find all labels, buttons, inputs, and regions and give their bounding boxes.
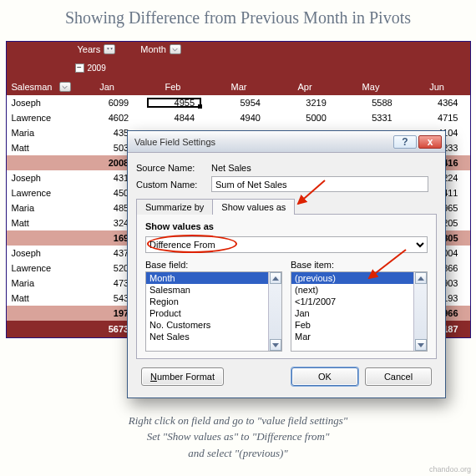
list-item[interactable]: <1/1/2007	[291, 296, 427, 307]
show-values-as-label: Show values as	[145, 221, 428, 231]
chevron-down-icon[interactable]	[59, 82, 71, 92]
list-item[interactable]: Salesman	[146, 284, 281, 296]
list-item[interactable]: Net Sales	[146, 331, 281, 342]
value-cell[interactable]: 4364	[404, 98, 470, 108]
salesman-cell: Lawrence	[7, 263, 75, 273]
list-item[interactable]: Jan	[291, 307, 427, 319]
value-cell[interactable]: 5331	[338, 113, 404, 123]
salesman-cell: Maria	[7, 128, 75, 138]
value-cell[interactable]: 3219	[272, 98, 338, 108]
page-title: Showing Difference from Previous Month i…	[0, 0, 476, 41]
value-cell[interactable]: 4844	[140, 113, 206, 123]
month-header: Feb	[140, 82, 206, 92]
source-name-label: Source Name:	[136, 163, 211, 173]
dialog-titlebar[interactable]: Value Field Settings ? x	[128, 131, 445, 153]
salesman-cell: Joseph	[7, 98, 75, 108]
salesman-cell: Lawrence	[7, 188, 75, 198]
salesman-cell: Maria	[7, 203, 75, 213]
value-cell[interactable]: 5954	[206, 98, 272, 108]
list-item[interactable]: Mar	[291, 331, 427, 342]
value-cell[interactable]: 6099	[74, 98, 140, 108]
scrollbar[interactable]	[268, 272, 281, 351]
number-format-button[interactable]: NNumber Formatumber Format	[141, 367, 224, 386]
caption-line: Right click on field and go to "value fi…	[0, 413, 476, 429]
base-item-label: Base item:	[291, 260, 428, 270]
tab-panel-show-values: Show values as Difference From Base fiel…	[136, 214, 437, 359]
month-header: Mar	[206, 82, 272, 92]
dialog-title: Value Field Settings	[134, 137, 392, 147]
caption: Right click on field and go to "value fi…	[0, 413, 476, 462]
field-month-label: Month	[140, 44, 166, 54]
base-field-label: Base field:	[145, 260, 282, 270]
tab-summarize-by[interactable]: Summarize by	[136, 199, 213, 215]
list-item[interactable]: Product	[146, 307, 281, 319]
column-header-row: Salesman JanFebMarAprMayJun	[7, 78, 470, 95]
close-button[interactable]: x	[418, 135, 442, 149]
selection-box	[147, 98, 201, 108]
scrollbar[interactable]	[413, 272, 427, 351]
list-item[interactable]: No. Customers	[146, 319, 281, 331]
chevron-down-icon[interactable]	[170, 44, 181, 54]
value-cell[interactable]: 4955	[140, 98, 206, 108]
scroll-up-icon[interactable]	[270, 272, 281, 284]
field-month[interactable]: Month	[140, 44, 181, 54]
custom-name-label: Custom Name:	[136, 180, 211, 190]
show-values-as-combo[interactable]: Difference From	[145, 236, 428, 253]
pivot-topbar: Years Month − 2009	[7, 42, 470, 78]
caption-line: and select "(previous)"	[0, 445, 476, 462]
value-cell[interactable]: 5588	[338, 98, 404, 108]
value-cell[interactable]: 4940	[206, 113, 272, 123]
base-field-list[interactable]: MonthSalesmanRegionProductNo. CustomersN…	[145, 271, 282, 352]
month-header: Jan	[74, 82, 140, 92]
table-row: Lawrence460248444940500053314715	[7, 110, 470, 125]
list-item[interactable]: Feb	[291, 319, 427, 331]
year-value: 2009	[88, 63, 106, 73]
list-item[interactable]: Region	[146, 296, 281, 307]
table-row: Joseph609949555954321955884364	[7, 95, 470, 110]
salesman-header[interactable]: Salesman	[7, 82, 74, 92]
value-cell[interactable]: 5000	[272, 113, 338, 123]
source-name-value: Net Sales	[211, 163, 251, 173]
base-item-list[interactable]: (previous)(next)<1/1/2007JanFebMar	[291, 271, 428, 352]
value-field-settings-dialog: Value Field Settings ? x Source Name: Ne…	[127, 130, 446, 398]
collapse-icon[interactable]: −	[75, 63, 84, 73]
caption-line: Set "Show values as" to "Difference from…	[0, 428, 476, 445]
salesman-header-label: Salesman	[12, 82, 53, 92]
scroll-up-icon[interactable]	[415, 272, 427, 284]
year-band: − 2009	[75, 60, 470, 75]
tab-strip: Summarize by Show values as	[136, 199, 437, 215]
scroll-down-icon[interactable]	[270, 339, 281, 351]
salesman-cell: Joseph	[7, 248, 75, 258]
salesman-cell: Maria	[7, 278, 75, 288]
list-item[interactable]: Month	[146, 272, 281, 284]
cancel-button[interactable]: Cancel	[365, 367, 432, 386]
value-cell[interactable]: 4715	[404, 113, 470, 123]
salesman-cell: Lawrence	[7, 113, 75, 123]
salesman-cell: Joseph	[7, 173, 75, 183]
tab-show-values-as[interactable]: Show values as	[212, 199, 295, 215]
credit: chandoo.org	[429, 465, 471, 473]
scroll-down-icon[interactable]	[415, 339, 427, 351]
ok-button[interactable]: OK	[291, 367, 358, 386]
list-item[interactable]: (previous)	[291, 272, 427, 284]
salesman-cell: Matt	[7, 143, 75, 153]
month-header: Jun	[404, 82, 470, 92]
custom-name-input[interactable]	[211, 176, 428, 192]
field-years-label: Years	[78, 44, 101, 54]
salesman-cell: Matt	[7, 293, 75, 303]
filter-icon[interactable]	[104, 44, 115, 54]
month-header: Apr	[272, 82, 338, 92]
value-cell[interactable]: 4602	[74, 113, 140, 123]
help-button[interactable]: ?	[393, 135, 417, 149]
list-item[interactable]: (next)	[291, 284, 427, 296]
field-years[interactable]: Years	[78, 44, 116, 54]
salesman-cell: Matt	[7, 218, 75, 228]
month-header: May	[338, 82, 404, 92]
